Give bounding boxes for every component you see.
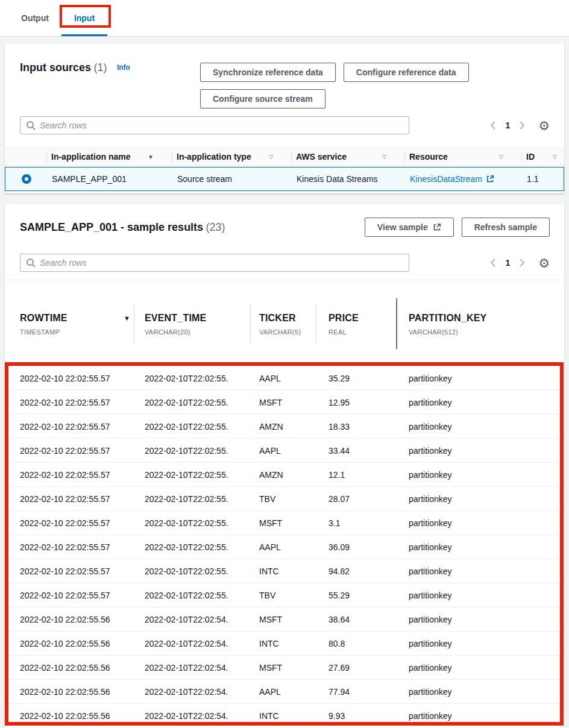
table-cell: 2022-02-10T22:02:55.	[145, 374, 259, 383]
table-row: 2022-02-10 22:02:55.572022-02-10T22:02:5…	[5, 390, 564, 414]
search-input[interactable]	[40, 121, 403, 130]
resource-link-label: KinesisDataStream	[410, 174, 482, 184]
column-label: AWS service	[296, 152, 347, 162]
table-cell: 2022-02-10 22:02:55.56	[20, 711, 145, 721]
configure-reference-data-button[interactable]: Configure reference data	[344, 63, 469, 82]
table-cell: MSFT	[259, 663, 329, 673]
table-cell: AAPL	[259, 374, 329, 383]
search-input[interactable]	[40, 258, 403, 268]
table-cell: partitionkey	[409, 687, 552, 697]
refresh-sample-button[interactable]: Refresh sample	[462, 218, 550, 237]
panel-count: (1)	[93, 61, 107, 74]
table-cell: 94.82	[329, 566, 409, 576]
table-cell: 77.94	[329, 687, 409, 697]
table-cell: 28.07	[329, 494, 409, 504]
view-sample-button[interactable]: View sample	[365, 218, 454, 237]
previous-page-button[interactable]	[490, 121, 496, 130]
table-cell: INTC	[259, 711, 329, 721]
table-cell: MSFT	[259, 615, 329, 624]
settings-gear-icon[interactable]: ⚙	[538, 257, 550, 269]
table-cell: 2022-02-10T22:02:55.	[145, 398, 259, 407]
pagination: 1 ⚙	[490, 119, 550, 132]
column-label: PARTITION_KEY	[409, 313, 552, 324]
table-cell: AAPL	[259, 542, 329, 552]
tab-input-label: Input	[74, 13, 95, 23]
settings-gear-icon[interactable]: ⚙	[538, 119, 550, 132]
column-type-label: VARCHAR(512)	[409, 328, 552, 336]
panel-title: SAMPLE_APP_001 - sample results	[20, 221, 203, 233]
table-cell: 2022-02-10 22:02:55.56	[20, 687, 145, 697]
table-row: 2022-02-10 22:02:55.572022-02-10T22:02:5…	[5, 462, 564, 486]
chevron-right-icon	[519, 121, 525, 130]
info-link[interactable]: Info	[117, 63, 130, 72]
resource-link[interactable]: KinesisDataStream	[410, 174, 494, 184]
table-cell: 2022-02-10T22:02:55.	[145, 518, 259, 528]
configure-source-stream-button[interactable]: Configure source stream	[200, 89, 325, 108]
table-cell: 18.33	[329, 422, 409, 431]
column-divider	[316, 304, 316, 343]
table-row: 2022-02-10 22:02:55.572022-02-10T22:02:5…	[5, 486, 564, 510]
column-type-label: VARCHAR(20)	[145, 328, 259, 336]
table-cell: 2022-02-10 22:02:55.56	[20, 639, 145, 648]
table-cell: 12.95	[329, 398, 409, 407]
radio-button-selected[interactable]	[22, 174, 31, 184]
table-cell: AAPL	[259, 687, 329, 697]
table-cell: partitionkey	[409, 542, 552, 552]
sort-descending-icon: ▼	[124, 315, 130, 322]
table-row: 2022-02-10 22:02:55.562022-02-10T22:02:5…	[5, 607, 564, 631]
column-header-partition-key: PARTITION_KEY VARCHAR(512)	[409, 280, 552, 366]
table-cell: 33.44	[329, 446, 409, 456]
column-header-aws-service[interactable]: AWS service ▽	[291, 148, 404, 165]
table-cell: partitionkey	[409, 639, 552, 648]
tab-output-label: Output	[21, 13, 49, 23]
column-header-resource[interactable]: Resource ▽	[404, 148, 521, 165]
table-row-selected[interactable]: SAMPLE_APP_001 Source stream Kinesis Dat…	[5, 167, 564, 191]
sample-results-title-wrap: SAMPLE_APP_001 - sample results (23)	[20, 221, 225, 234]
table-cell: INTC	[259, 566, 329, 576]
table-row: 2022-02-10 22:02:55.572022-02-10T22:02:5…	[5, 414, 564, 438]
search-icon	[26, 258, 36, 268]
sample-results-panel: SAMPLE_APP_001 - sample results (23) Vie…	[5, 204, 564, 728]
panel-title: Input sources	[20, 61, 91, 74]
table-cell: partitionkey	[409, 615, 552, 624]
table-cell: 2022-02-10T22:02:55.	[145, 566, 259, 576]
next-page-button[interactable]	[519, 121, 525, 130]
table-cell: partitionkey	[409, 663, 552, 673]
tab-output[interactable]: Output	[8, 0, 61, 36]
column-header-in-application-type[interactable]: In-application type ▽	[172, 148, 291, 165]
view-sample-label: View sample	[377, 222, 428, 232]
table-cell: 2022-02-10 22:02:55.57	[20, 494, 145, 504]
chevron-left-icon	[490, 258, 496, 268]
table-row: 2022-02-10 22:02:55.562022-02-10T22:02:5…	[5, 703, 564, 727]
tab-input[interactable]: Input	[61, 0, 107, 36]
column-header-in-application-name[interactable]: In-application name ▼	[46, 148, 172, 165]
table-row: 2022-02-10 22:02:55.572022-02-10T22:02:5…	[5, 535, 564, 559]
table-cell: partitionkey	[409, 398, 552, 407]
current-page[interactable]: 1	[505, 258, 510, 268]
table-cell: 2022-02-10 22:02:55.57	[20, 591, 145, 600]
table-cell: 2022-02-10T22:02:55.	[145, 591, 259, 600]
table-cell: 2022-02-10 22:02:55.57	[20, 518, 145, 528]
sort-none-icon: ▽	[382, 154, 386, 160]
sample-results-toolbar: 1 ⚙	[5, 254, 564, 272]
column-header-rowtime[interactable]: ROWTIME TIMESTAMP ▼	[20, 280, 145, 366]
previous-page-button[interactable]	[490, 258, 496, 268]
table-cell: 36.09	[329, 542, 409, 552]
table-cell: 2022-02-10T22:02:55.	[145, 470, 259, 480]
column-header-id[interactable]: ID ▽	[521, 148, 564, 165]
table-cell: partitionkey	[409, 422, 552, 431]
table-cell: 2022-02-10 22:02:55.56	[20, 615, 145, 624]
table-cell: 38.64	[329, 615, 409, 624]
current-page[interactable]: 1	[505, 121, 510, 130]
table-row: 2022-02-10 22:02:55.572022-02-10T22:02:5…	[5, 510, 564, 535]
external-link-icon	[433, 223, 441, 231]
synchronize-reference-data-button[interactable]: Synchronize reference data	[200, 63, 336, 82]
table-row: 2022-02-10 22:02:55.572022-02-10T22:02:5…	[5, 366, 564, 390]
chevron-left-icon	[490, 121, 496, 130]
table-cell: 2022-02-10T22:02:55.	[145, 446, 259, 456]
table-cell: 2022-02-10T22:02:55.	[145, 422, 259, 431]
sort-none-icon: ▽	[553, 154, 557, 160]
next-page-button[interactable]	[519, 258, 525, 268]
external-link-icon	[486, 175, 494, 183]
table-cell: partitionkey	[409, 711, 552, 721]
